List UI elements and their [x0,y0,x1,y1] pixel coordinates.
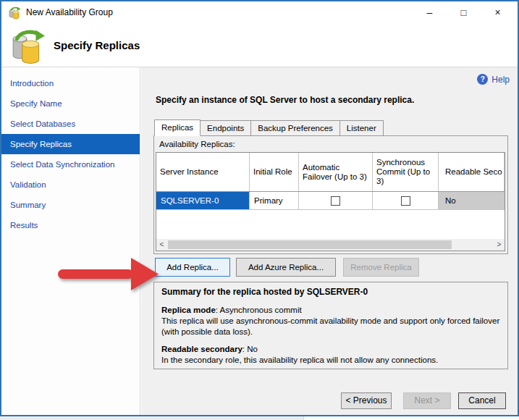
readable-secondary-label: Readable secondary [161,345,242,353]
cell-synchronous-commit[interactable] [373,192,439,209]
screenshot-canvas: New Availability Group – □ × Specify Rep… [0,0,519,420]
tab-strip: Replicas Endpoints Backup Preferences Li… [154,120,384,136]
cell-server-instance[interactable]: SQLSERVER-0 [156,192,250,209]
wizard-steps-sidebar: Introduction Specify Name Select Databas… [1,67,140,415]
remove-replica-button[interactable]: Remove Replica [343,258,419,277]
tab-replicas[interactable]: Replicas [154,119,201,136]
tab-listener[interactable]: Listener [340,120,384,136]
instruction-text: Specify an instance of SQL Server to hos… [156,95,414,105]
main-panel: ? Help Specify an instance of SQL Server… [141,67,518,415]
replica-mode-description: This replica will use asynchronous-commi… [161,316,500,337]
sidebar-item-specify-replicas[interactable]: Specify Replicas [1,134,140,154]
window-controls: – □ × [413,1,515,24]
cell-readable-secondary[interactable]: No [439,192,505,209]
tab-endpoints[interactable]: Endpoints [201,120,251,136]
cell-initial-role: Primary [250,192,299,209]
replicas-tab-page: Availability Replicas: Server Instance I… [153,135,508,254]
replica-mode-line: Replica mode: Asynchronous commit [161,305,500,316]
minimize-button[interactable]: – [413,1,447,24]
close-button[interactable]: × [481,1,515,24]
replica-row-sqlserver-0[interactable]: SQLSERVER-0 Primary No [156,192,505,210]
help-label: Help [491,75,510,85]
column-header-initial-role: Initial Role [250,153,299,191]
next-button[interactable]: Next > [403,392,451,409]
column-header-automatic-failover: Automatic Failover (Up to 3) [299,153,373,191]
grid-empty-area [156,210,505,239]
new-availability-group-window: New Availability Group – □ × Specify Rep… [0,0,519,416]
readable-secondary-description: In the secondary role, this availability… [161,355,500,366]
tab-backup-preferences[interactable]: Backup Preferences [251,120,340,136]
replica-mode-value: : Asynchronous commit [216,306,302,314]
specify-replicas-icon [10,29,46,64]
availability-replicas-grid[interactable]: Server Instance Initial Role Automatic F… [156,152,505,251]
scroll-left-icon[interactable]: < [156,239,167,251]
grid-header-row: Server Instance Initial Role Automatic F… [156,153,505,192]
window-title: New Availability Group [26,1,113,24]
background-sliver [0,416,519,420]
sidebar-item-select-databases[interactable]: Select Databases [1,114,140,134]
sidebar-item-validation[interactable]: Validation [1,175,140,195]
availability-replicas-label: Availability Replicas: [159,140,235,148]
sidebar-item-results[interactable]: Results [1,215,140,235]
sidebar-item-select-data-synchronization[interactable]: Select Data Synchronization [1,154,140,175]
wizard-header: Specify Replicas [1,24,518,67]
red-annotation-arrow [56,256,161,293]
column-header-server-instance: Server Instance [156,153,250,191]
help-link[interactable]: ? Help [477,74,510,85]
help-icon: ? [477,74,488,85]
automatic-failover-checkbox[interactable] [331,196,340,206]
sidebar-item-introduction[interactable]: Introduction [1,73,140,93]
readable-secondary-line: Readable secondary: No [161,344,500,355]
column-header-readable-secondary: Readable Seco [439,153,505,191]
cell-automatic-failover[interactable] [299,192,373,209]
column-header-synchronous-commit: Synchronous Commit (Up to 3) [373,153,439,191]
previous-button[interactable]: < Previous [341,392,392,409]
maximize-button[interactable]: □ [447,1,481,24]
page-title: Specify Replicas [54,39,140,51]
add-replica-button[interactable]: Add Replica... [155,258,230,277]
add-azure-replica-button[interactable]: Add Azure Replica... [236,258,336,277]
scrollbar-track[interactable] [167,239,494,251]
summary-heading: Summary for the replica hosted by SQLSER… [161,287,500,298]
sidebar-item-summary[interactable]: Summary [1,195,140,215]
scroll-right-icon[interactable]: > [494,239,505,251]
synchronous-commit-checkbox[interactable] [401,196,410,206]
availability-group-icon [8,7,21,20]
readable-secondary-value: : No [242,345,258,353]
horizontal-scrollbar[interactable]: < > [156,239,505,251]
sidebar-item-specify-name[interactable]: Specify Name [1,93,140,114]
replica-summary-box: Summary for the replica hosted by SQLSER… [153,282,508,369]
cancel-button[interactable]: Cancel [458,392,506,409]
title-bar[interactable]: New Availability Group – □ × [1,1,518,24]
replica-mode-label: Replica mode [161,306,216,314]
scrollbar-thumb[interactable] [168,240,452,249]
